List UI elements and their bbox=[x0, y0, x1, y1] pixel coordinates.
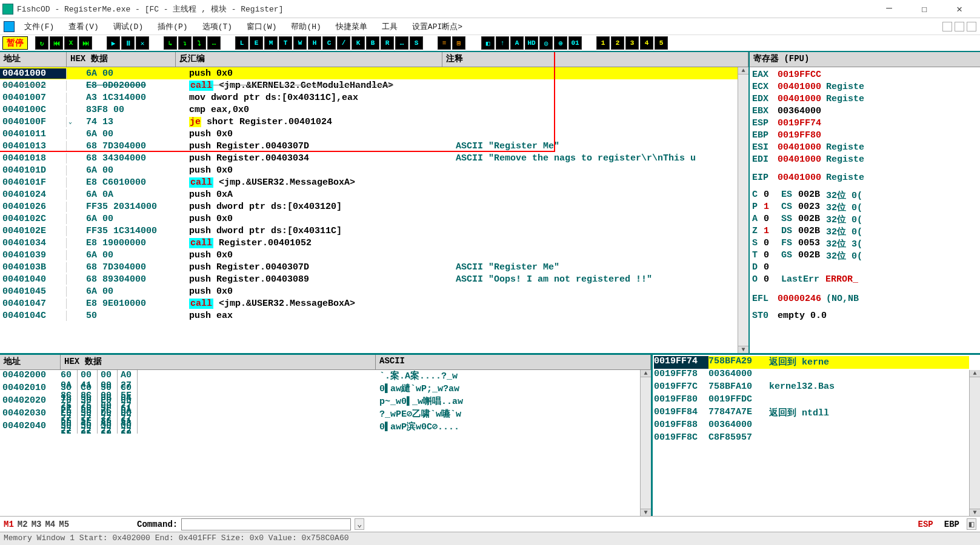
dump-col-ascii[interactable]: ASCII bbox=[376, 355, 651, 369]
toolbar-btn-5-4[interactable]: ◎ bbox=[539, 36, 553, 50]
toolbar-btn-6-3[interactable]: 4 bbox=[640, 36, 653, 50]
toolbar-btn-3-11[interactable]: … bbox=[395, 36, 408, 50]
toolbar-btn-6-0[interactable]: 1 bbox=[596, 36, 610, 50]
register-row[interactable]: EBP0019FF80 bbox=[752, 129, 978, 141]
toolbar-btn-2-1[interactable]: ↴ bbox=[178, 36, 192, 50]
dump-row[interactable]: 0040201030186177C0506077503B5F77C0046177… bbox=[0, 383, 640, 395]
toolbar-btn-6-1[interactable]: 2 bbox=[611, 36, 624, 50]
stack-row[interactable]: 0019FF800019FFDC bbox=[654, 394, 969, 407]
disasm-row[interactable]: 0040103B68 7D304000push Register.0040307… bbox=[0, 261, 738, 273]
stack-row[interactable]: 0019FF7C758BFA10kernel32.Bas bbox=[654, 382, 969, 394]
flag-row[interactable]: O0LastErrERROR_ bbox=[752, 274, 978, 286]
toolbar-btn-3-6[interactable]: C bbox=[322, 36, 336, 50]
memtab-m2[interactable]: M2 bbox=[18, 520, 28, 529]
register-row[interactable]: ESI00401000Registe bbox=[752, 141, 978, 153]
toolbar-btn-2-0[interactable]: ↳ bbox=[164, 36, 177, 50]
memory-dump-pane[interactable]: 地址 HEX 数据 ASCII 00402000600A8C7500418C75… bbox=[0, 355, 653, 516]
dump-col-addr[interactable]: 地址 bbox=[0, 355, 61, 369]
dump-row[interactable]: 0040204030146177509C5F773043055A00000000… bbox=[0, 421, 640, 434]
flag-row[interactable]: A0SS002B32位 0( bbox=[752, 214, 978, 226]
registers-pane[interactable]: 寄存器 (FPU) EAX0019FFCCECX00401000RegisteE… bbox=[750, 52, 980, 353]
toolbar-btn-1-1[interactable]: ⏸ bbox=[121, 36, 135, 50]
register-row[interactable]: ESP0019FF74 bbox=[752, 117, 978, 129]
toolbar-btn-6-4[interactable]: 5 bbox=[655, 36, 668, 50]
toolbar-btn-5-0[interactable]: ◧ bbox=[481, 36, 495, 50]
toolbar-btn-3-9[interactable]: B bbox=[366, 36, 379, 50]
toolbar-btn-5-1[interactable]: ↑ bbox=[496, 36, 509, 50]
disassembly-pane[interactable]: 地址 HEX 数据 反汇编 注释 004010006A 00push 0x000… bbox=[0, 52, 750, 353]
disasm-row[interactable]: 004010396A 00push 0x0 bbox=[0, 249, 738, 261]
disasm-row[interactable]: 004010006A 00push 0x0 bbox=[0, 67, 738, 79]
disasm-row[interactable]: 004010116A 00push 0x0 bbox=[0, 128, 738, 140]
disasm-scrollbar[interactable] bbox=[738, 67, 748, 353]
menu-item-0[interactable]: 文件(F) bbox=[21, 20, 58, 33]
toolbar-btn-5-2[interactable]: A bbox=[510, 36, 524, 50]
flag-row[interactable]: D0 bbox=[752, 262, 978, 274]
disasm-row[interactable]: 0040100F⌄74 13je short Register.00401024 bbox=[0, 116, 738, 128]
dump-row[interactable]: 00402020707E5F7730855F77E07C8677000A6177… bbox=[0, 395, 640, 408]
disasm-row[interactable]: 0040102EFF35 1C314000push dword ptr ds:[… bbox=[0, 225, 738, 237]
mdi-doc-icon[interactable] bbox=[4, 21, 15, 32]
col-address[interactable]: 地址 bbox=[0, 52, 67, 67]
register-row[interactable]: EFL00000246(NO,NB bbox=[752, 292, 978, 305]
toolbar-btn-3-3[interactable]: T bbox=[279, 36, 292, 50]
toolbar-btn-2-2[interactable]: ⤵ bbox=[193, 36, 206, 50]
menu-item-9[interactable]: 设置API断点> bbox=[408, 20, 466, 33]
disasm-row[interactable]: 0040101FE8 C6010000call <jmp.&USER32.Mes… bbox=[0, 176, 738, 188]
memtab-m3[interactable]: M3 bbox=[32, 520, 42, 529]
mdi-close-icon[interactable] bbox=[967, 22, 976, 31]
stack-row[interactable]: 0019FF8477847A7E返回到 ntdll bbox=[654, 407, 969, 420]
flag-row[interactable]: P1CS002332位 0( bbox=[752, 202, 978, 214]
disasm-row[interactable]: 00401007A3 1C314000mov dword ptr ds:[0x4… bbox=[0, 91, 738, 104]
toolbar-btn-3-2[interactable]: M bbox=[264, 36, 278, 50]
dump-scrollbar[interactable] bbox=[640, 370, 651, 516]
dump-row[interactable]: 00402000600A8C7500418C7500000000A0275F77… bbox=[0, 370, 640, 383]
toolbar-btn-3-4[interactable]: W bbox=[293, 36, 307, 50]
stack-row[interactable]: 0019FF74758BFA29返回到 kerne bbox=[654, 356, 969, 369]
col-comment[interactable]: 注释 bbox=[442, 52, 748, 67]
disasm-row[interactable]: 0040101868 34304000push Register.0040303… bbox=[0, 152, 738, 164]
disasm-row[interactable]: 004010456A 00push 0x0 bbox=[0, 285, 738, 297]
toolbar-btn-1-2[interactable]: ✕ bbox=[136, 36, 149, 50]
flag-row[interactable]: T0GS002B32位 0( bbox=[752, 250, 978, 262]
toolbar-btn-3-1[interactable]: E bbox=[250, 36, 263, 50]
disasm-row[interactable]: 0040104068 89304000push Register.0040308… bbox=[0, 273, 738, 285]
flag-row[interactable]: C0ES002B32位 0( bbox=[752, 190, 978, 202]
memtab-m1[interactable]: M1 bbox=[4, 520, 14, 529]
disasm-row[interactable]: 0040101D6A 00push 0x0 bbox=[0, 164, 738, 176]
stack-row[interactable]: 0019FF8800364000 bbox=[654, 420, 969, 432]
col-disasm[interactable]: 反汇编 bbox=[176, 52, 442, 67]
cmd-dropdown-icon[interactable]: ⌄ bbox=[355, 518, 364, 530]
menu-item-4[interactable]: 选项(T) bbox=[199, 20, 236, 33]
menu-item-5[interactable]: 窗口(W) bbox=[243, 20, 280, 33]
minimize-button[interactable]: — bbox=[877, 3, 901, 15]
menu-item-2[interactable]: 调试(D) bbox=[110, 20, 147, 33]
memtab-m4[interactable]: M4 bbox=[45, 520, 55, 529]
dump-col-hex[interactable]: HEX 数据 bbox=[61, 355, 376, 369]
disasm-row[interactable]: 00401026FF35 20314000push dword ptr ds:[… bbox=[0, 200, 738, 213]
toolbar-btn-3-8[interactable]: K bbox=[352, 36, 365, 50]
disasm-row[interactable]: 0040101368 7D304000push Register.0040307… bbox=[0, 140, 738, 152]
menu-item-8[interactable]: 工具 bbox=[378, 20, 401, 33]
disasm-row[interactable]: 00401047E8 9E010000call <jmp.&USER32.Mes… bbox=[0, 297, 738, 309]
esp-button[interactable]: ESP bbox=[918, 520, 933, 529]
close-button[interactable]: ✕ bbox=[947, 3, 972, 15]
register-row[interactable]: EIP00401000Registe bbox=[752, 171, 978, 183]
register-row[interactable]: ECX00401000Registe bbox=[752, 81, 978, 93]
stack-row[interactable]: 0019FF7800364000 bbox=[654, 369, 969, 382]
stack-pane[interactable]: 0019FF74758BFA29返回到 kerne0019FF780036400… bbox=[653, 355, 980, 516]
menu-item-1[interactable]: 查看(V) bbox=[65, 20, 102, 33]
extra-nav-icon[interactable]: ◧ bbox=[967, 518, 976, 530]
disasm-row[interactable]: 0040102C6A 00push 0x0 bbox=[0, 213, 738, 225]
toolbar-btn-0-3[interactable]: ⏭ bbox=[79, 36, 92, 50]
command-input[interactable] bbox=[181, 518, 351, 530]
toolbar-btn-5-6[interactable]: 01 bbox=[568, 36, 582, 50]
toolbar-btn-0-2[interactable]: X bbox=[64, 36, 78, 50]
col-hex[interactable]: HEX 数据 bbox=[67, 52, 176, 67]
register-row[interactable]: EDI00401000Registe bbox=[752, 153, 978, 165]
toolbar-btn-6-2[interactable]: 3 bbox=[625, 36, 639, 50]
flag-row[interactable]: Z1DS002B32位 0( bbox=[752, 226, 978, 238]
toolbar-btn-1-0[interactable]: ▶ bbox=[107, 36, 120, 50]
disasm-row[interactable]: 0040100C83F8 00cmp eax,0x0 bbox=[0, 104, 738, 116]
dump-row[interactable]: 00402030E0205F775045055AD0A56077D0486077… bbox=[0, 408, 640, 421]
